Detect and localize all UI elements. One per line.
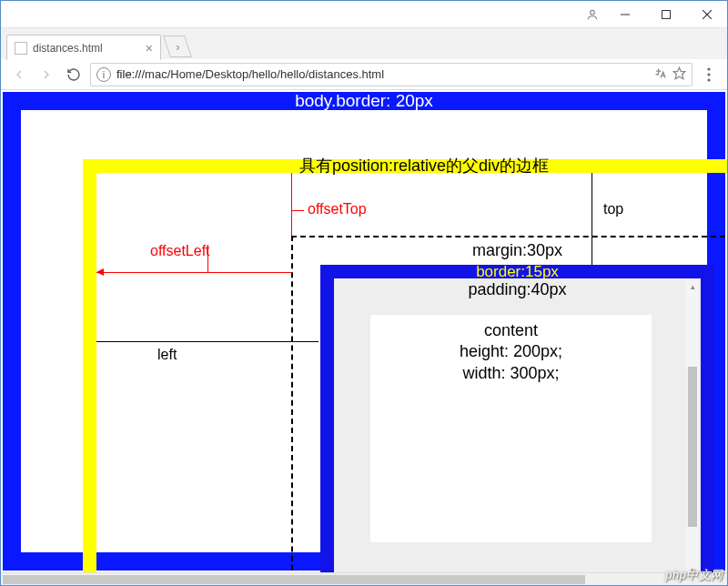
translate-icon[interactable]	[653, 66, 667, 83]
inner-vscroll-thumb[interactable]	[688, 367, 697, 527]
url-path: /mac/Home/Desktop/hello/hello/distances.…	[141, 67, 384, 81]
title-spacer	[1, 1, 581, 27]
body-border-label: body.border: 20px	[21, 92, 707, 110]
offset-left-label: offsetLeft	[150, 243, 210, 259]
window-frame: distances.html × › i file:///mac/Home/De…	[0, 0, 728, 586]
svg-marker-5	[673, 67, 685, 79]
svg-point-7	[707, 73, 710, 76]
content-line-3: width: 300px;	[370, 363, 652, 384]
profile-icon[interactable]	[581, 1, 604, 27]
parent-border-label: 具有position:relative的父div的边框	[96, 159, 727, 173]
url-text: file:///mac/Home/Desktop/hello/hello/dis…	[116, 67, 384, 81]
minimize-button[interactable]	[604, 1, 645, 27]
offset-left-arrow-icon	[96, 268, 104, 276]
page-horizontal-scrollbar[interactable]	[1, 572, 727, 585]
file-icon	[15, 42, 27, 55]
browser-tab[interactable]: distances.html ×	[6, 35, 161, 60]
offset-top-guide	[291, 173, 292, 237]
page-hscroll-thumb[interactable]	[3, 575, 585, 584]
border-label: border:15px	[334, 265, 701, 278]
offset-top-tick	[291, 210, 304, 211]
menu-button[interactable]	[698, 64, 720, 86]
tab-strip: distances.html × ›	[1, 28, 727, 59]
site-info-icon[interactable]: i	[96, 67, 111, 82]
content-line-2: height: 200px;	[370, 341, 652, 362]
left-label: left	[157, 347, 177, 363]
url-input[interactable]: i file:///mac/Home/Desktop/hello/hello/d…	[90, 63, 693, 86]
tab-title: distances.html	[33, 42, 103, 55]
forward-button[interactable]	[35, 64, 57, 86]
top-label: top	[603, 201, 623, 217]
close-tab-icon[interactable]: ×	[146, 42, 153, 55]
offset-top-label: offsetTop	[308, 201, 367, 217]
svg-point-0	[591, 10, 595, 15]
scroll-up-arrow-icon[interactable]: ▴	[686, 280, 699, 293]
child-border-box: border:15px padding:40px content height:…	[320, 265, 714, 585]
content-box: content height: 200px; width: 300px;	[370, 315, 652, 542]
body-border-box: body.border: 20px 具有position:relative的父d…	[3, 92, 725, 571]
margin-label: margin:30px	[293, 237, 727, 260]
address-bar: i file:///mac/Home/Desktop/hello/hello/d…	[1, 59, 727, 90]
content-line-1: content	[370, 320, 652, 341]
watermark: php中文网	[665, 567, 723, 583]
reload-button[interactable]	[63, 64, 85, 86]
padding-box: padding:40px content height: 200px; widt…	[334, 278, 701, 585]
window-titlebar	[1, 1, 727, 28]
page-viewport: body.border: 20px 具有position:relative的父d…	[1, 90, 727, 585]
margin-box: margin:30px border:15px padding:40px con…	[291, 236, 727, 585]
svg-point-8	[707, 78, 710, 81]
bookmark-star-icon[interactable]	[672, 66, 686, 83]
inner-vertical-scrollbar[interactable]: ▴ ▾	[686, 280, 699, 577]
maximize-button[interactable]	[645, 1, 686, 27]
offset-left-guide	[96, 272, 291, 273]
padding-label: padding:40px	[334, 278, 701, 299]
url-scheme: file://	[116, 67, 141, 81]
close-button[interactable]	[686, 1, 727, 27]
left-guide	[96, 341, 318, 342]
svg-point-6	[707, 67, 710, 70]
new-tab-button[interactable]: ›	[163, 35, 192, 57]
back-button[interactable]	[8, 64, 30, 86]
svg-rect-2	[662, 10, 670, 18]
